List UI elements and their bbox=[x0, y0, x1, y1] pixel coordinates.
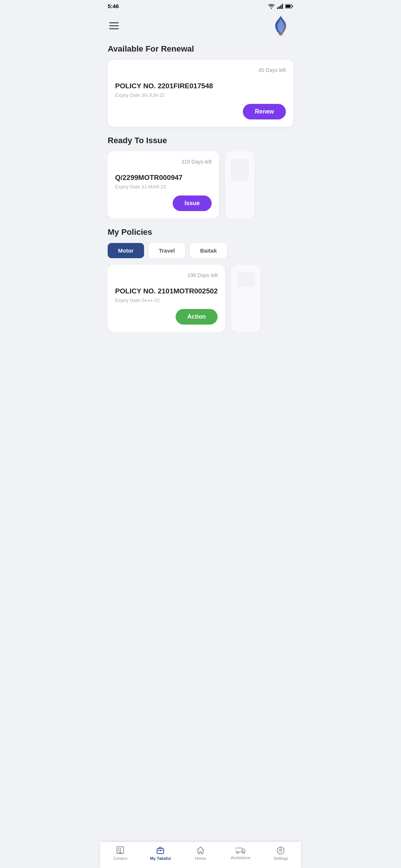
svg-rect-1 bbox=[279, 6, 280, 9]
renew-button[interactable]: Renew bbox=[243, 104, 286, 119]
policy-card: 198 Days left POLICY NO. 2101MOTR002502 … bbox=[108, 265, 225, 332]
nav-assistance[interactable]: Assistance bbox=[229, 846, 252, 860]
home-icon bbox=[196, 846, 205, 855]
renewal-expiry: Expiry Date 30-JUN-22 bbox=[115, 92, 286, 98]
status-bar: 5:46 bbox=[100, 0, 301, 11]
nav-settings-label: Settings bbox=[273, 856, 288, 861]
nav-centers-label: Centers bbox=[113, 856, 128, 861]
logo-svg bbox=[270, 14, 292, 37]
svg-rect-5 bbox=[286, 5, 291, 7]
status-icons bbox=[268, 4, 293, 9]
briefcase-icon bbox=[156, 846, 165, 855]
issue-days-left: 319 Days left bbox=[115, 159, 212, 165]
issue-button[interactable]: Issue bbox=[173, 195, 212, 211]
renewal-policy-number: POLICY NO. 2201FIRE017548 bbox=[115, 82, 286, 90]
svg-rect-6 bbox=[292, 6, 293, 7]
ready-to-issue-title: Ready To Issue bbox=[108, 136, 293, 145]
svg-rect-17 bbox=[236, 848, 242, 852]
issue-card: 319 Days left Q/2299MOTR000947 Expiry Da… bbox=[108, 151, 219, 218]
hamburger-line-2 bbox=[109, 25, 119, 26]
action-button[interactable]: Action bbox=[176, 309, 218, 325]
app-header bbox=[100, 11, 301, 44]
svg-rect-12 bbox=[120, 850, 121, 851]
gear-icon bbox=[276, 846, 285, 855]
policies-scroll: 198 Days left POLICY NO. 2101MOTR002502 … bbox=[108, 265, 293, 332]
policy-card-footer: Action bbox=[115, 309, 218, 325]
hamburger-line-1 bbox=[109, 22, 119, 23]
available-renewal-title: Available For Renewal bbox=[108, 44, 293, 54]
bottom-nav: Centers My Takaful Home Assistance bbox=[100, 842, 301, 868]
tab-travel[interactable]: Travel bbox=[149, 243, 185, 258]
renewal-days-left: 45 Days left bbox=[115, 67, 286, 73]
policy-days-left: 198 Days left bbox=[115, 272, 218, 278]
policy-number: POLICY NO. 2101MOTR002502 bbox=[115, 287, 218, 295]
nav-home[interactable]: Home bbox=[189, 846, 212, 861]
issue-policy-number: Q/2299MOTR000947 bbox=[115, 174, 212, 182]
svg-rect-11 bbox=[118, 850, 119, 851]
renewal-card: 45 Days left POLICY NO. 2201FIRE017548 E… bbox=[108, 60, 293, 127]
signal-icon bbox=[277, 4, 283, 9]
main-content: Available For Renewal 45 Days left POLIC… bbox=[100, 44, 301, 378]
issue-card-partial bbox=[225, 151, 255, 218]
svg-rect-2 bbox=[280, 5, 281, 9]
nav-home-label: Home bbox=[195, 856, 206, 861]
renewal-card-footer: Renew bbox=[115, 104, 286, 119]
svg-point-7 bbox=[279, 34, 283, 36]
nav-assistance-label: Assistance bbox=[231, 855, 250, 860]
menu-button[interactable] bbox=[109, 22, 119, 29]
ready-to-issue-scroll: 319 Days left Q/2299MOTR000947 Expiry Da… bbox=[108, 151, 293, 218]
status-time: 5:46 bbox=[108, 3, 119, 9]
svg-rect-13 bbox=[119, 852, 121, 854]
tab-baitak[interactable]: Baitak bbox=[190, 243, 227, 258]
nav-my-takaful-label: My Takaful bbox=[150, 856, 171, 861]
svg-rect-0 bbox=[277, 7, 278, 9]
policy-tabs: Motor Travel Baitak bbox=[108, 243, 293, 258]
nav-my-takaful[interactable]: My Takaful bbox=[149, 846, 172, 861]
svg-point-19 bbox=[243, 852, 245, 854]
my-policies-title: My Policies bbox=[108, 227, 293, 237]
issue-card-footer: Issue bbox=[115, 195, 212, 211]
app-logo bbox=[270, 14, 292, 37]
issue-expiry: Expiry Date 31-MAR-23 bbox=[115, 184, 212, 190]
battery-icon bbox=[285, 4, 293, 9]
svg-rect-10 bbox=[120, 848, 121, 849]
tab-motor[interactable]: Motor bbox=[108, 243, 144, 258]
wifi-icon bbox=[268, 4, 275, 9]
nav-settings[interactable]: Settings bbox=[270, 846, 292, 861]
truck-icon bbox=[236, 846, 245, 854]
svg-rect-3 bbox=[282, 4, 283, 9]
building-icon bbox=[116, 846, 125, 855]
svg-point-18 bbox=[237, 852, 239, 854]
policy-expiry: Expiry Date 0●●●-22 bbox=[115, 297, 218, 303]
policy-card-partial bbox=[231, 265, 261, 332]
svg-rect-9 bbox=[118, 848, 119, 849]
svg-point-20 bbox=[280, 849, 282, 851]
nav-centers[interactable]: Centers bbox=[109, 846, 131, 861]
hamburger-line-3 bbox=[109, 28, 119, 29]
